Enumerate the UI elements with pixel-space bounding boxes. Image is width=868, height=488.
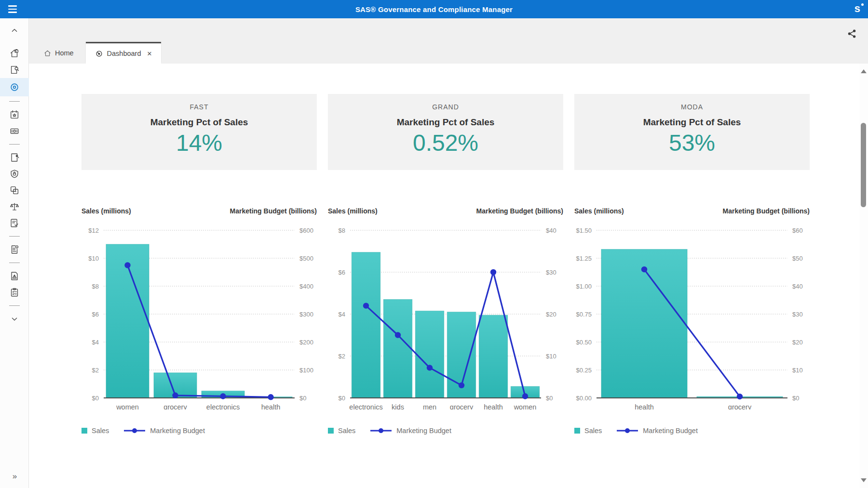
right-axis-tick: $40 xyxy=(792,283,803,290)
kpi-value: 53% xyxy=(574,130,810,156)
category-label-electronics[interactable]: electronics xyxy=(206,403,240,409)
line-point-health[interactable] xyxy=(490,269,496,275)
legend-item-sales[interactable]: Sales xyxy=(81,427,109,435)
line-series-swatch-icon xyxy=(370,428,392,434)
sidebar-item-issues[interactable] xyxy=(0,268,29,284)
category-label-health[interactable]: health xyxy=(635,403,654,409)
line-point-grocery[interactable] xyxy=(459,382,464,388)
right-axis-tick: $60 xyxy=(792,227,803,234)
line-point-men[interactable] xyxy=(427,365,433,370)
right-axis-tick: $0 xyxy=(792,395,799,402)
line-point-women[interactable] xyxy=(124,262,130,268)
category-label-electronics[interactable]: electronics xyxy=(349,403,382,409)
chevron-up-icon xyxy=(9,25,20,36)
right-axis-tick: $0 xyxy=(546,395,553,402)
category-label-grocery[interactable]: grocery xyxy=(450,403,474,409)
bar-electronics[interactable] xyxy=(352,252,380,398)
left-axis-tick: $2 xyxy=(339,353,345,360)
sidebar-divider xyxy=(9,236,20,237)
right-axis-tick: $30 xyxy=(792,311,803,318)
left-axis-tick: $0.75 xyxy=(576,311,592,318)
sidebar-item-tasks[interactable] xyxy=(0,215,29,231)
line-point-grocery[interactable] xyxy=(737,394,743,399)
chevron-down-icon xyxy=(9,314,20,324)
left-axis-title: Sales (millions) xyxy=(328,207,378,217)
right-axis-tick: $20 xyxy=(792,339,803,346)
bar-kids[interactable] xyxy=(383,300,412,398)
charts-row: Sales (millions) Marketing Budget (billi… xyxy=(81,207,868,435)
category-label-men[interactable]: men xyxy=(423,403,436,409)
bar-men[interactable] xyxy=(415,311,444,398)
combo-chart-moda[interactable]: $1.50$60$1.25$50$1.00$40$0.75$30$0.50$20… xyxy=(574,217,810,409)
combo-chart-fast[interactable]: $12$600$10$500$8$400$6$300$4$200$2$100$0… xyxy=(81,217,317,409)
scroll-down-arrow-icon[interactable] xyxy=(861,478,867,482)
right-axis-tick: $100 xyxy=(299,367,313,374)
sidebar-item-assessments[interactable] xyxy=(0,284,29,301)
line-point-health[interactable] xyxy=(641,266,647,272)
vertical-scrollbar[interactable] xyxy=(859,64,868,488)
line-point-women[interactable] xyxy=(522,393,528,399)
left-axis-tick: $0.00 xyxy=(576,395,592,402)
tab-home[interactable]: Home xyxy=(43,42,74,64)
tab-home-label: Home xyxy=(55,49,74,57)
left-axis-tick: $0 xyxy=(92,395,99,402)
category-label-grocery[interactable]: grocery xyxy=(728,403,752,409)
kpi-metric: Marketing Pct of Sales xyxy=(328,117,563,128)
line-point-electronics[interactable] xyxy=(363,303,369,308)
line-series-swatch-icon xyxy=(616,428,638,434)
category-label-health[interactable]: health xyxy=(484,403,503,409)
right-axis-tick: $400 xyxy=(299,283,313,290)
legend-item-marketing-budget[interactable]: Marketing Budget xyxy=(123,427,205,435)
right-axis-tick: $10 xyxy=(792,367,803,374)
scrollbar-thumb[interactable] xyxy=(861,123,866,207)
sidebar-item-calendar[interactable] xyxy=(0,106,29,123)
category-label-women[interactable]: women xyxy=(514,403,537,409)
sidebar-scroll-down-button[interactable] xyxy=(0,311,29,327)
scroll-up-arrow-icon[interactable] xyxy=(861,69,867,73)
share-icon xyxy=(847,28,857,39)
legend-item-sales[interactable]: Sales xyxy=(574,427,602,435)
line-point-kids[interactable] xyxy=(395,332,401,338)
share-button[interactable] xyxy=(845,26,859,41)
legend-item-marketing-budget[interactable]: Marketing Budget xyxy=(370,427,451,435)
sample-dice-icon xyxy=(9,185,20,196)
line-point-health[interactable] xyxy=(268,394,273,400)
sidebar-divider xyxy=(9,305,20,306)
sidebar-item-security[interactable] xyxy=(0,166,29,182)
sidebar-scroll-up-button[interactable] xyxy=(0,22,29,39)
sidebar-item-budget[interactable] xyxy=(0,123,29,139)
chart-legend: Sales Marketing Budget xyxy=(574,427,810,435)
tab-dashboard[interactable]: Dashboard ✕ xyxy=(86,42,161,64)
right-axis-title: Marketing Budget (billions) xyxy=(476,207,563,217)
legend-item-marketing-budget[interactable]: Marketing Budget xyxy=(616,427,698,435)
category-label-women[interactable]: women xyxy=(116,403,139,409)
sidebar-item-dashboard[interactable] xyxy=(0,78,29,96)
category-label-health[interactable]: health xyxy=(261,403,281,409)
sales-swatch-icon xyxy=(81,428,87,434)
sidebar-item-samples[interactable] xyxy=(0,182,29,198)
sales-swatch-icon xyxy=(328,428,334,434)
bar-health[interactable] xyxy=(479,315,507,398)
kpi-card-moda: MODA Marketing Pct of Sales 53% xyxy=(574,94,810,170)
line-point-grocery[interactable] xyxy=(172,393,178,398)
chart-panel-moda: Sales (millions) Marketing Budget (billi… xyxy=(574,207,810,435)
kpi-value: 0.52% xyxy=(328,130,563,156)
legend-item-sales[interactable]: Sales xyxy=(328,427,355,435)
sidebar-expand-button[interactable]: » xyxy=(13,472,16,488)
category-label-kids[interactable]: kids xyxy=(392,403,404,409)
category-label-grocery[interactable]: grocery xyxy=(163,403,187,409)
left-sidebar: » xyxy=(0,18,29,488)
tab-close-icon[interactable]: ✕ xyxy=(147,50,152,57)
left-axis-title: Sales (millions) xyxy=(81,207,131,217)
sidebar-item-compliance[interactable] xyxy=(0,198,29,215)
chart-legend: Sales Marketing Budget xyxy=(81,427,317,435)
sidebar-item-page-search[interactable] xyxy=(0,149,29,166)
sidebar-item-policies[interactable] xyxy=(0,241,29,258)
line-point-electronics[interactable] xyxy=(220,393,226,399)
report-search-icon xyxy=(9,65,20,75)
kpi-card-fast: FAST Marketing Pct of Sales 14% xyxy=(81,94,317,170)
sidebar-item-report-search[interactable] xyxy=(0,62,29,78)
sidebar-item-workspace[interactable] xyxy=(0,45,29,62)
sidebar-divider xyxy=(9,101,20,102)
combo-chart-grand[interactable]: $8$40$6$30$4$20$2$10$0$0electronicskidsm… xyxy=(328,217,563,409)
